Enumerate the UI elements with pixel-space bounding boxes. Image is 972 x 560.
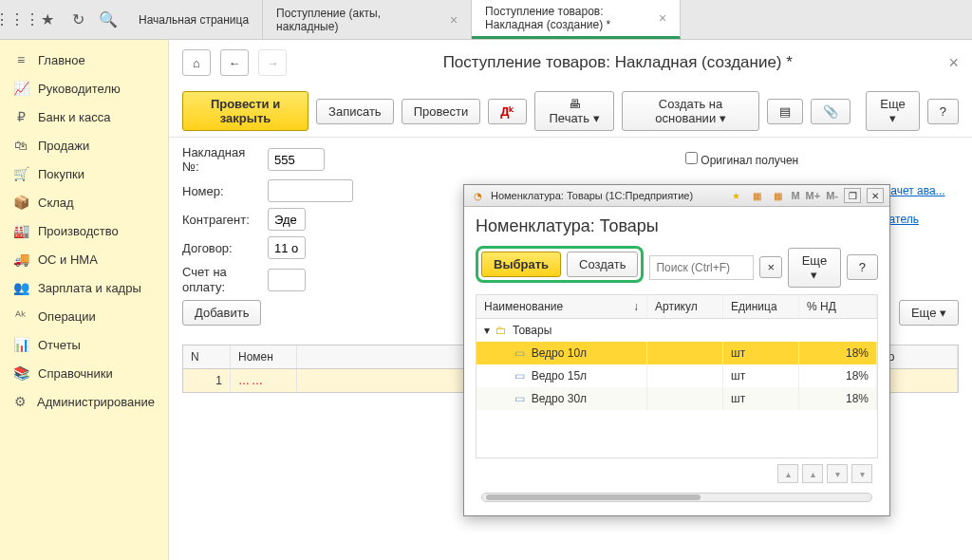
last-button[interactable]: ▾: [851, 464, 872, 483]
sidebar-item-os[interactable]: 🚚ОС и НМА: [0, 245, 168, 273]
back-button[interactable]: ←: [220, 49, 249, 76]
forward-button[interactable]: →: [258, 49, 287, 76]
cart-icon: 🛒: [13, 166, 28, 181]
menu-icon: ≡: [13, 52, 28, 67]
m-minus-button[interactable]: M-: [826, 190, 838, 201]
close-icon[interactable]: ×: [659, 10, 666, 26]
account-label: Счет на оплату:: [182, 265, 258, 294]
help-button[interactable]: ?: [927, 99, 959, 124]
modal-primary-actions: Выбрать Создать: [476, 246, 644, 283]
modal-window-title: Номенклатура: Товары (1С:Предприятие): [491, 190, 693, 201]
sidebar-item-catalogs[interactable]: 📚Справочники: [0, 359, 168, 387]
search-icon[interactable]: 🔍: [99, 10, 118, 29]
close-icon[interactable]: ×: [948, 53, 959, 73]
m-button[interactable]: M: [791, 190, 799, 201]
sidebar: ≡Главное 📈Руководителю ₽Банк и касса 🛍Пр…: [0, 40, 169, 560]
home-button[interactable]: ⌂: [182, 49, 211, 76]
list-item[interactable]: ▭ Ведро 15л шт 18%: [477, 364, 877, 387]
dk-button[interactable]: Дᵏ: [488, 99, 527, 124]
counterparty-input[interactable]: [268, 208, 306, 231]
folder-row[interactable]: ▾ 🗀 Товары: [477, 319, 877, 342]
sidebar-item-warehouse[interactable]: 📦Склад: [0, 188, 168, 216]
modal-heading: Номенклатура: Товары: [476, 216, 878, 236]
print-button[interactable]: 🖶 Печать ▾: [534, 91, 613, 131]
sidebar-item-salary[interactable]: 👥Зарплата и кадры: [0, 273, 168, 302]
fav-icon[interactable]: ★: [728, 188, 743, 203]
col-unit[interactable]: Единица: [723, 295, 799, 318]
people-icon: 👥: [13, 280, 28, 295]
sidebar-item-production[interactable]: 🏭Производство: [0, 216, 168, 245]
close-icon[interactable]: ×: [450, 12, 458, 28]
modal-table: Наименование ↓ Артикул Единица % НД ▾ 🗀 …: [476, 294, 878, 458]
calc-icon[interactable]: ▦: [749, 188, 764, 203]
col-name[interactable]: Наименование ↓: [477, 295, 647, 318]
post-close-button[interactable]: Провести и закрыть: [182, 91, 308, 131]
app-icon: ◔: [470, 188, 485, 203]
search-input[interactable]: [649, 255, 754, 280]
up-button[interactable]: ▴: [802, 464, 823, 483]
report-button[interactable]: ▤: [767, 99, 803, 124]
down-button[interactable]: ▾: [827, 464, 848, 483]
history-icon[interactable]: ↻: [68, 10, 87, 29]
col-vat[interactable]: % НД: [799, 295, 877, 318]
col-nomen[interactable]: Номен: [231, 345, 297, 368]
col-sku[interactable]: Артикул: [647, 295, 723, 318]
first-button[interactable]: ▴: [777, 464, 798, 483]
chart-icon: 📈: [13, 81, 28, 96]
ruble-icon: ₽: [13, 109, 28, 124]
account-input[interactable]: [268, 269, 306, 291]
folder-icon: 🗀: [495, 324, 507, 337]
list-item[interactable]: ▭ Ведро 10л шт 18%: [477, 342, 877, 364]
books-icon: 📚: [13, 365, 28, 381]
sidebar-item-operations[interactable]: ᴬᵏОперации: [0, 302, 168, 330]
tab-start-page[interactable]: Начальная страница: [125, 0, 263, 39]
original-received-checkbox[interactable]: [685, 152, 698, 164]
more2-button[interactable]: Еще ▾: [899, 300, 959, 326]
star-icon[interactable]: ★: [38, 10, 57, 29]
sidebar-item-sales[interactable]: 🛍Продажи: [0, 131, 168, 159]
contract-input[interactable]: [268, 236, 306, 259]
sidebar-item-main[interactable]: ≡Главное: [0, 46, 168, 74]
h-scrollbar[interactable]: [481, 493, 872, 502]
nomenclature-modal: ◔ Номенклатура: Товары (1С:Предприятие) …: [463, 184, 890, 516]
modal-more-button[interactable]: Еще ▾: [788, 248, 841, 288]
ops-icon: ᴬᵏ: [13, 308, 28, 324]
tab-receipt-create[interactable]: Поступление товаров: Накладная (создание…: [472, 0, 681, 39]
post-button[interactable]: Провести: [402, 99, 481, 124]
tab-receipts[interactable]: Поступление (акты, накладные)×: [263, 0, 472, 39]
add-button[interactable]: Добавить: [182, 300, 261, 326]
create-based-button[interactable]: Создать на основании ▾: [622, 91, 760, 131]
original-received-label: Оригинал получен: [701, 154, 798, 167]
top-icons: ⋮⋮⋮ ★ ↻ 🔍: [0, 0, 125, 39]
report-icon: 📊: [13, 337, 28, 352]
m-plus-button[interactable]: M+: [806, 190, 821, 201]
list-item[interactable]: ▭ Ведро 30л шт 18%: [477, 387, 877, 410]
attach-button[interactable]: 📎: [811, 99, 850, 124]
document-tabs: Начальная страница Поступление (акты, на…: [125, 0, 972, 39]
sidebar-item-bank[interactable]: ₽Банк и касса: [0, 103, 168, 131]
sidebar-item-ruk[interactable]: 📈Руководителю: [0, 74, 168, 103]
create-button[interactable]: Создать: [567, 252, 638, 277]
page-title: Поступление товаров: Накладная (создание…: [296, 53, 939, 72]
select-button[interactable]: Выбрать: [481, 252, 561, 277]
close-icon[interactable]: ✕: [867, 188, 884, 203]
more-button[interactable]: Еще ▾: [866, 91, 919, 131]
sidebar-item-admin[interactable]: ⚙Администрирование: [0, 387, 168, 416]
number-label: Номер:: [182, 184, 258, 198]
sidebar-item-purchases[interactable]: 🛒Покупки: [0, 159, 168, 188]
sidebar-item-reports[interactable]: 📊Отчеты: [0, 330, 168, 359]
clear-search-button[interactable]: ×: [759, 256, 782, 278]
number-input[interactable]: [268, 179, 353, 202]
maximize-icon[interactable]: ❐: [844, 188, 861, 203]
save-button[interactable]: Записать: [316, 99, 394, 124]
truck-icon: 🚚: [13, 252, 28, 267]
main-area: ⌂ ← → Поступление товаров: Накладная (со…: [169, 40, 972, 560]
contract-label: Договор:: [182, 241, 258, 255]
calendar-icon[interactable]: ▦: [770, 188, 785, 203]
apps-icon[interactable]: ⋮⋮⋮: [8, 10, 27, 29]
modal-help-button[interactable]: ?: [847, 254, 878, 280]
invoice-no-input[interactable]: [268, 148, 325, 171]
modal-titlebar[interactable]: ◔ Номенклатура: Товары (1С:Предприятие) …: [464, 185, 889, 207]
col-n[interactable]: N: [183, 345, 231, 368]
top-bar: ⋮⋮⋮ ★ ↻ 🔍 Начальная страница Поступление…: [0, 0, 972, 40]
